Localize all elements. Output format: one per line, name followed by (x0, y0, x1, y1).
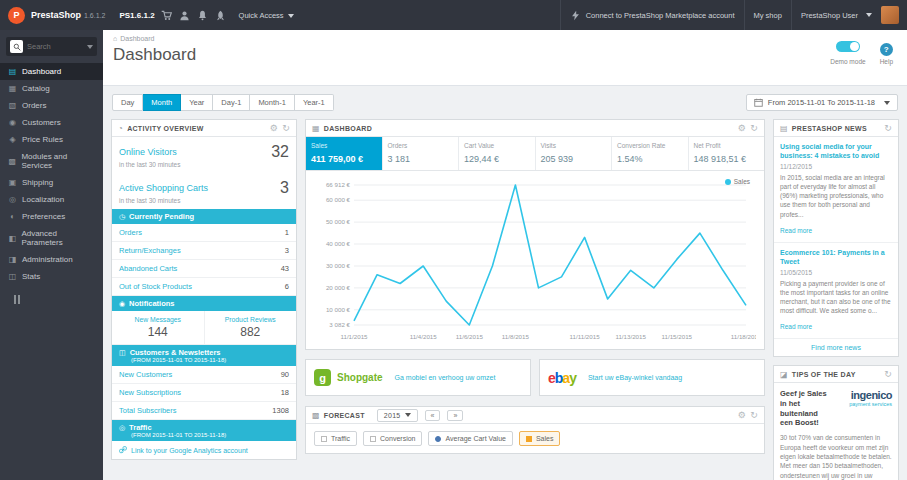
user-menu[interactable]: PrestaShop User (791, 0, 881, 30)
kpi-sales[interactable]: Sales411 759,00 € (306, 137, 383, 170)
new-messages-stat[interactable]: New Messages144 (112, 311, 205, 344)
product-reviews-stat[interactable]: Product Reviews882 (205, 311, 297, 344)
kpi-visits[interactable]: Visits205 939 (536, 137, 613, 170)
ebay-link[interactable]: Start uw eBay-winkel vandaag (588, 374, 682, 381)
forecast-toggle-traffic[interactable]: Traffic (314, 431, 357, 446)
sidebar-item-customers[interactable]: ◉Customers (0, 114, 103, 131)
sidebar-item-stats[interactable]: ◫Stats (0, 268, 103, 285)
svg-text:40 000 €: 40 000 € (326, 240, 351, 247)
kpi-cart-value[interactable]: Cart Value129,44 € (459, 137, 536, 170)
forecast-year-select[interactable]: 2015 (377, 409, 418, 422)
ingenico-logo-subtext: payment services (838, 401, 892, 407)
online-visitors-link[interactable]: Online Visitors (119, 147, 177, 157)
forecast-toggle-conversion[interactable]: Conversion (363, 431, 422, 446)
customers-icon[interactable] (179, 9, 191, 21)
svg-text:11/15/2015: 11/15/2015 (662, 333, 693, 340)
chart-legend: Sales (725, 178, 750, 185)
range-year-button[interactable]: Year (181, 94, 213, 111)
panel-refresh-icon[interactable]: ↻ (884, 369, 892, 379)
out-of-stock-link[interactable]: Out of Stock Products (119, 282, 192, 291)
forecast-toggle-sales[interactable]: Sales (519, 431, 561, 446)
sidebar-item-dashboard[interactable]: ▤Dashboard (0, 63, 103, 80)
notifications-header: ◉Notifications (112, 296, 296, 311)
help-icon[interactable]: ? (880, 43, 893, 56)
panel-refresh-icon[interactable]: ↻ (884, 123, 892, 133)
sidebar-item-orders[interactable]: ▧Orders (0, 97, 103, 114)
panel-settings-icon[interactable]: ⚙ (270, 123, 278, 133)
breadcrumb: ⌂ Dashboard (113, 35, 897, 42)
notifications-bell-icon[interactable] (197, 9, 209, 21)
kpi-value: 1.54% (617, 154, 683, 164)
new-customers-link[interactable]: New Customers (119, 370, 172, 379)
range-year-1-button[interactable]: Year-1 (295, 94, 334, 111)
caret-down-icon (288, 14, 294, 18)
forecast-toggle-average-cart-value[interactable]: Average Cart Value (428, 431, 512, 446)
svg-text:60 000 €: 60 000 € (326, 196, 351, 203)
sidebar-item-catalog[interactable]: ▦Catalog (0, 80, 103, 97)
forecast-next-button[interactable]: » (447, 410, 463, 421)
demo-mode-toggle[interactable] (836, 41, 860, 52)
date-range-text: From 2015-11-01 To 2015-11-18 (768, 98, 875, 107)
sidebar-item-administration[interactable]: ◨Administration (0, 251, 103, 268)
news-item-title-link[interactable]: Using social media for your business: 4 … (780, 142, 892, 160)
pending-orders-link[interactable]: Orders (119, 228, 142, 237)
cart-icon[interactable] (161, 9, 173, 21)
forecast-prev-button[interactable]: « (425, 410, 441, 421)
marketplace-link[interactable]: Connect to PrestaShop Marketplace accoun… (560, 0, 744, 30)
read-more-link[interactable]: Read more (780, 323, 812, 330)
my-shop-link[interactable]: My shop (744, 0, 791, 30)
range-day-1-button[interactable]: Day-1 (213, 94, 250, 111)
quick-access-menu[interactable]: Quick Access (239, 11, 294, 20)
kpi-net-profit[interactable]: Net Profit148 918,51 € (689, 137, 765, 170)
google-analytics-link[interactable]: Link to your Google Analytics account (112, 441, 296, 459)
rocket-icon[interactable] (215, 9, 227, 21)
new-messages-value: 144 (114, 325, 202, 339)
traffic-icon: ◎ (119, 424, 125, 432)
kpi-orders[interactable]: Orders3 181 (383, 137, 460, 170)
range-day-button[interactable]: Day (112, 94, 143, 111)
ingenico-logo: ingenico payment services (838, 389, 892, 407)
sidebar: ▤Dashboard ▦Catalog ▧Orders ◉Customers ◈… (0, 30, 103, 480)
sidebar-item-modules[interactable]: ▩Modules and Services (0, 148, 103, 174)
panel-refresh-icon[interactable]: ↻ (282, 123, 290, 133)
total-subscribers-link[interactable]: Total Subscribers (119, 406, 177, 415)
active-carts-stat: Active Shopping Carts 3 (112, 173, 296, 197)
localization-icon: ◎ (8, 195, 17, 204)
currently-pending-title: Currently Pending (129, 212, 194, 221)
range-month-1-button[interactable]: Month-1 (250, 94, 295, 111)
sidebar-item-price-rules[interactable]: ◈Price Rules (0, 131, 103, 148)
find-more-news-link[interactable]: Find more news (774, 339, 898, 356)
abandoned-carts-link[interactable]: Abandoned Carts (119, 264, 177, 273)
panel-refresh-icon[interactable]: ↻ (750, 123, 758, 133)
sidebar-item-shipping[interactable]: ▣Shipping (0, 174, 103, 191)
price-rules-icon: ◈ (8, 135, 17, 144)
pending-returns-link[interactable]: Return/Exchanges (119, 246, 181, 255)
user-avatar[interactable] (881, 6, 899, 24)
shop-name-link[interactable]: PS1.6.1.2 (119, 11, 154, 20)
new-subscriptions-link[interactable]: New Subscriptions (119, 388, 181, 397)
panel-settings-icon[interactable]: ⚙ (738, 123, 746, 133)
shopgate-link[interactable]: Ga mobiel en verhoog uw omzet (395, 374, 496, 381)
date-range-picker[interactable]: From 2015-11-01 To 2015-11-18 (746, 94, 898, 111)
svg-text:50 000 €: 50 000 € (326, 218, 351, 225)
shopgate-logo-icon: g (314, 369, 331, 386)
search-input[interactable] (27, 42, 79, 51)
panel-settings-icon[interactable]: ⚙ (738, 410, 746, 420)
sidebar-item-localization[interactable]: ◎Localization (0, 191, 103, 208)
sidebar-item-preferences[interactable]: ◐Preferences (0, 208, 103, 225)
forecast-year-value: 2015 (384, 412, 401, 419)
search-icon[interactable] (10, 40, 23, 53)
news-item-title-link[interactable]: Ecommerce 101: Payments in a Tweet (780, 248, 892, 266)
kpi-value: 205 939 (541, 154, 607, 164)
sidebar-item-advanced-parameters[interactable]: ◧Advanced Parameters (0, 225, 103, 251)
active-carts-link[interactable]: Active Shopping Carts (119, 183, 208, 193)
module-ads-row: g Shopgate Ga mobiel en verhoog uw omzet… (305, 359, 765, 396)
panel-refresh-icon[interactable]: ↻ (750, 410, 758, 420)
tips-body-text: 30 tot 70% van de consumenten in Europa … (780, 433, 892, 480)
ebay-letter: e (548, 370, 555, 386)
kpi-conversion-rate[interactable]: Conversion Rate1.54% (612, 137, 689, 170)
marketplace-link-label: Connect to PrestaShop Marketplace accoun… (586, 11, 735, 20)
sidebar-collapse-button[interactable] (14, 295, 103, 304)
read-more-link[interactable]: Read more (780, 227, 812, 234)
range-month-button[interactable]: Month (143, 94, 181, 111)
